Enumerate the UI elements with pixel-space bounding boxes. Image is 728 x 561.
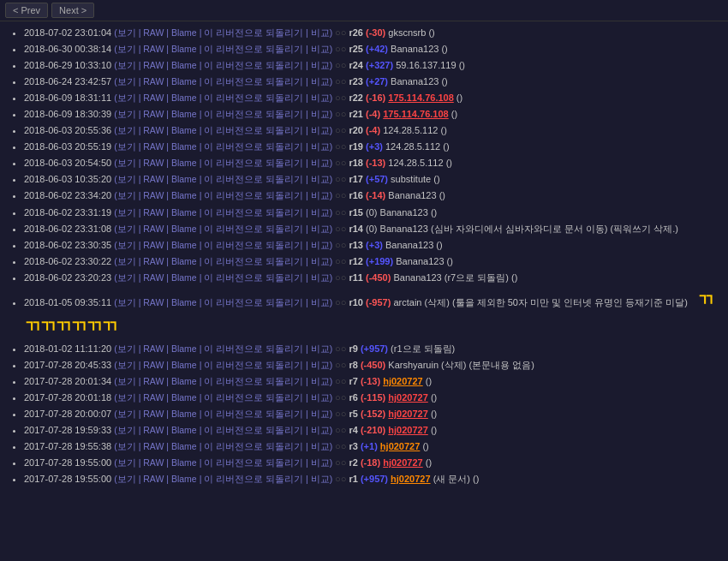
rev-diff: (+327) — [366, 60, 396, 70]
rev-user[interactable]: hj020727 — [388, 409, 427, 419]
rev-diff: (+199) — [366, 256, 396, 266]
rev-item: 2018-06-30 00:38:14 (보기 | RAW | Blame | … — [24, 41, 721, 57]
rev-links[interactable]: (보기 | RAW | Blame | 이 리버전으로 되돌리기 | 비교) — [114, 174, 335, 184]
rev-user[interactable]: Banana123 — [380, 224, 428, 234]
rev-user[interactable]: 175.114.76.108 — [383, 109, 448, 119]
circle-icons: ○○ — [335, 240, 346, 250]
rev-number[interactable]: r18 — [349, 158, 363, 168]
rev-user[interactable]: Karshyaruin — [388, 360, 439, 370]
rev-date: 2018-06-29 10:33:10 — [24, 60, 111, 70]
rev-number[interactable]: r19 — [349, 141, 363, 152]
rev-number[interactable]: r15 — [349, 207, 363, 218]
circle-icons: ○○ — [335, 60, 346, 70]
rev-number[interactable]: r10 — [349, 297, 363, 307]
rev-links[interactable]: (보기 | RAW | Blame | 이 리버전으로 되돌리기 | 비교) — [114, 425, 335, 435]
rev-number[interactable]: r20 — [349, 125, 363, 135]
rev-number[interactable]: r21 — [349, 109, 363, 119]
rev-user[interactable]: hj020727 — [383, 376, 422, 386]
rev-number[interactable]: r5 — [349, 409, 357, 419]
rev-number[interactable]: r8 — [349, 360, 357, 370]
rev-links[interactable]: (보기 | RAW | Blame | 이 리버전으로 되돌리기 | 비교) — [114, 297, 335, 307]
rev-links[interactable]: (보기 | RAW | Blame | 이 리버전으로 되돌리기 | 비교) — [114, 76, 335, 87]
rev-links[interactable]: (보기 | RAW | Blame | 이 리버전으로 되돌리기 | 비교) — [114, 409, 335, 419]
rev-user[interactable]: 59.16.137.119 — [396, 60, 456, 70]
circle-icons: ○○ — [335, 190, 346, 200]
rev-user[interactable]: 175.114.76.108 — [388, 93, 453, 103]
rev-date: 2018-06-09 18:31:11 — [24, 93, 111, 103]
rev-links[interactable]: (보기 | RAW | Blame | 이 리버전으로 되돌리기 | 비교) — [114, 343, 335, 354]
rev-number[interactable]: r3 — [349, 441, 357, 451]
rev-links[interactable]: (보기 | RAW | Blame | 이 리버전으로 되돌리기 | 비교) — [114, 44, 335, 54]
rev-number[interactable]: r23 — [349, 76, 363, 87]
rev-date: 2018-06-03 20:55:19 — [24, 141, 111, 152]
circle-icons: ○○ — [335, 272, 346, 283]
rev-date: 2018-06-30 00:38:14 — [24, 44, 111, 54]
rev-user[interactable]: gkscnsrb — [388, 27, 426, 38]
rev-number[interactable]: r17 — [349, 174, 363, 184]
rev-number[interactable]: r13 — [349, 240, 363, 250]
rev-diff: (-14) — [366, 190, 388, 200]
rev-number[interactable]: r9 — [349, 343, 357, 354]
rev-number[interactable]: r7 — [349, 376, 357, 386]
rev-number[interactable]: r1 — [349, 474, 357, 484]
rev-links[interactable]: (보기 | RAW | Blame | 이 리버전으로 되돌리기 | 비교) — [114, 207, 335, 218]
rev-user[interactable]: Banana123 — [396, 256, 444, 266]
rev-user[interactable]: hj020727 — [380, 441, 420, 451]
rev-comment: () — [433, 174, 439, 184]
rev-number[interactable]: r16 — [349, 190, 363, 200]
rev-links[interactable]: (보기 | RAW | Blame | 이 리버전으로 되돌리기 | 비교) — [114, 272, 335, 283]
rev-number[interactable]: r25 — [349, 44, 363, 54]
rev-links[interactable]: (보기 | RAW | Blame | 이 리버전으로 되돌리기 | 비교) — [114, 256, 335, 266]
rev-user[interactable]: Banana123 — [380, 207, 428, 218]
rev-links[interactable]: (보기 | RAW | Blame | 이 리버전으로 되돌리기 | 비교) — [114, 158, 335, 168]
rev-user[interactable]: Banana123 — [385, 240, 433, 250]
rev-links[interactable]: (보기 | RAW | Blame | 이 리버전으로 되돌리기 | 비교) — [114, 441, 335, 451]
rev-user[interactable]: hj020727 — [388, 392, 427, 403]
prev-button[interactable]: < Prev — [5, 3, 48, 18]
rev-user[interactable]: substitute — [391, 174, 431, 184]
rev-links[interactable]: (보기 | RAW | Blame | 이 리버전으로 되돌리기 | 비교) — [114, 60, 335, 70]
rev-diff: (-13) — [361, 376, 383, 386]
rev-user[interactable]: arctain — [393, 297, 421, 307]
next-button[interactable]: Next > — [51, 3, 94, 18]
rev-date: 2017-07-28 20:01:34 — [24, 376, 111, 386]
rev-user[interactable]: hj020727 — [383, 457, 422, 468]
rev-links[interactable]: (보기 | RAW | Blame | 이 리버전으로 되돌리기 | 비교) — [114, 457, 335, 468]
rev-links[interactable]: (보기 | RAW | Blame | 이 리버전으로 되돌리기 | 비교) — [114, 109, 335, 119]
rev-comment: (삭제) (툴을 제외한 50자 미만 및 인터넷 유명인 등재기준 미달) — [425, 297, 688, 307]
rev-date: 2018-06-02 23:30:35 — [24, 240, 111, 250]
rev-user[interactable]: 124.28.5.112 — [385, 141, 440, 152]
rev-comment: () — [441, 44, 447, 54]
rev-number[interactable]: r4 — [349, 425, 357, 435]
rev-number[interactable]: r12 — [349, 256, 363, 266]
rev-user[interactable]: Banana123 — [391, 76, 439, 87]
rev-links[interactable]: (보기 | RAW | Blame | 이 리버전으로 되돌리기 | 비교) — [114, 376, 335, 386]
rev-number[interactable]: r14 — [349, 224, 363, 234]
rev-user[interactable]: 124.28.5.112 — [383, 125, 438, 135]
rev-number[interactable]: r24 — [349, 60, 363, 70]
rev-number[interactable]: r22 — [349, 93, 363, 103]
rev-links[interactable]: (보기 | RAW | Blame | 이 리버전으로 되돌리기 | 비교) — [114, 190, 335, 200]
rev-user[interactable]: Banana123 — [388, 190, 436, 200]
rev-links[interactable]: (보기 | RAW | Blame | 이 리버전으로 되돌리기 | 비교) — [114, 224, 335, 234]
rev-links[interactable]: (보기 | RAW | Blame | 이 리버전으로 되돌리기 | 비교) — [114, 141, 335, 152]
rev-links[interactable]: (보기 | RAW | Blame | 이 리버전으로 되돌리기 | 비교) — [114, 392, 335, 403]
rev-user[interactable]: hj020727 — [388, 425, 427, 435]
rev-diff: (-16) — [366, 93, 388, 103]
rev-number[interactable]: r11 — [349, 272, 363, 283]
rev-comment: () — [443, 141, 449, 152]
rev-links[interactable]: (보기 | RAW | Blame | 이 리버전으로 되돌리기 | 비교) — [114, 125, 335, 135]
rev-user[interactable]: Banana123 — [393, 272, 441, 283]
rev-links[interactable]: (보기 | RAW | Blame | 이 리버전으로 되돌리기 | 비교) — [114, 360, 335, 370]
rev-user[interactable]: 124.28.5.112 — [388, 158, 443, 168]
rev-links[interactable]: (보기 | RAW | Blame | 이 리버전으로 되돌리기 | 비교) — [114, 93, 335, 103]
rev-number[interactable]: r26 — [349, 27, 363, 38]
rev-item: 2018-06-24 23:42:57 (보기 | RAW | Blame | … — [24, 74, 721, 90]
rev-links[interactable]: (보기 | RAW | Blame | 이 리버전으로 되돌리기 | 비교) — [114, 27, 335, 38]
rev-links[interactable]: (보기 | RAW | Blame | 이 리버전으로 되돌리기 | 비교) — [114, 474, 335, 484]
rev-number[interactable]: r2 — [349, 457, 357, 468]
rev-links[interactable]: (보기 | RAW | Blame | 이 리버전으로 되돌리기 | 비교) — [114, 240, 335, 250]
rev-user[interactable]: Banana123 — [391, 44, 439, 54]
rev-number[interactable]: r6 — [349, 392, 357, 403]
rev-user[interactable]: hj020727 — [391, 474, 430, 484]
